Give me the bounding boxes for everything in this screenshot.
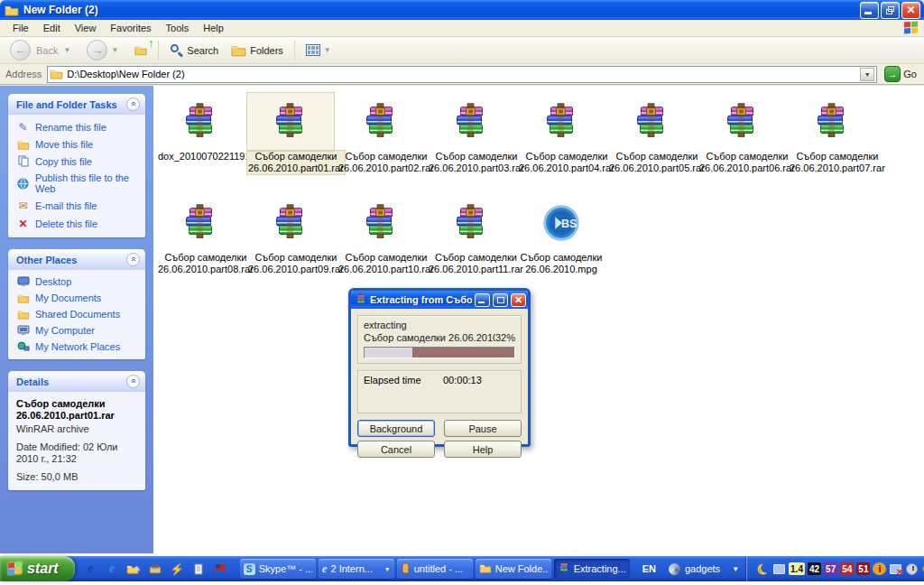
back-button[interactable]: ← Back ▼ (5, 38, 79, 62)
file-item[interactable]: dox_20100702211913... (157, 93, 244, 189)
window-titlebar[interactable]: New Folder (2) ✕ (0, 0, 924, 20)
pause-button[interactable]: Pause (444, 420, 522, 437)
file-item[interactable]: Събор самоделки26.06.2010.part04.rar (518, 93, 605, 189)
file-item[interactable]: Събор самоделки26.06.2010.part01.rar (247, 93, 334, 189)
quicklaunch-briefcase-icon[interactable] (148, 562, 163, 577)
back-dropdown-icon[interactable]: ▼ (63, 46, 70, 54)
taskbar-button[interactable]: SSkype™ - ... (240, 559, 316, 579)
sensor-badge-51[interactable]: 51 (856, 562, 870, 575)
help-button[interactable]: Help (444, 441, 522, 458)
quicklaunch-ie-light-icon[interactable]: e (105, 562, 120, 577)
background-button[interactable]: Background (357, 420, 435, 437)
restore-button[interactable] (881, 2, 900, 19)
views-button[interactable]: ▼ (301, 42, 339, 58)
views-dropdown-icon[interactable]: ▼ (324, 46, 331, 54)
panel-header[interactable]: Other Places» (8, 249, 145, 270)
file-icon-box (337, 93, 424, 151)
go-button[interactable]: → Go (882, 66, 922, 82)
file-item[interactable]: Събор самоделки26.06.2010.part10.rar (337, 194, 424, 290)
search-button[interactable]: Search (165, 42, 223, 59)
address-input[interactable]: D:\Desktop\New Folder (2) ▼ (47, 66, 877, 83)
taskbar-button[interactable]: e2 Intern...▼ (319, 559, 394, 579)
up-button[interactable]: ↑ (130, 41, 152, 60)
quicklaunch-desktop-pen-icon[interactable]: ✎ (126, 562, 142, 577)
network-activity-icon[interactable] (772, 562, 786, 576)
network-disconnected-icon[interactable]: ✕ (889, 562, 902, 576)
details-panel-header[interactable]: Details » (8, 371, 145, 392)
forward-button[interactable]: → ▼ (82, 38, 126, 62)
info-icon[interactable]: i (873, 562, 886, 575)
menu-favorites[interactable]: Favorites (103, 21, 158, 35)
file-item[interactable]: Събор самоделки26.06.2010.part03.rar (428, 93, 514, 189)
menu-edit[interactable]: Edit (36, 21, 68, 35)
address-dropdown-icon[interactable]: ▼ (860, 68, 874, 81)
clock-app-icon[interactable] (905, 562, 919, 576)
dialog-titlebar[interactable]: Extracting from Събор... ✕ (351, 291, 528, 309)
menu-bar: FileEditViewFavoritesToolsHelp (0, 20, 924, 37)
language-indicator[interactable]: EN (642, 563, 656, 574)
sidebar-link-network[interactable]: My Network Places (16, 341, 140, 352)
menu-tools[interactable]: Tools (159, 21, 197, 35)
gadgets-dropdown-icon[interactable]: ▼ (732, 565, 739, 573)
winrar-archive-icon (541, 101, 582, 143)
sidebar-link-shared[interactable]: Shared Documents (16, 309, 140, 320)
panel-header[interactable]: File and Folder Tasks» (8, 94, 145, 115)
sidebar-link-web[interactable]: Publish this file to the Web (16, 172, 140, 194)
start-button[interactable]: start (0, 556, 75, 581)
elapsed-time-group: Elapsed time 00:00:13 (357, 370, 522, 413)
menu-view[interactable]: View (68, 21, 104, 35)
quicklaunch-ie-dark-icon[interactable]: e (83, 562, 98, 577)
close-button[interactable]: ✕ (901, 2, 920, 19)
sidebar-link-mail[interactable]: ✉E-mail this file (16, 200, 140, 212)
forward-dropdown-icon[interactable]: ▼ (111, 46, 118, 54)
file-icon-box (247, 194, 334, 252)
taskbar-group-dropdown-icon[interactable]: ▼ (384, 566, 391, 572)
sensor-badge-57[interactable]: 57 (824, 562, 837, 575)
sensor-badge-42[interactable]: 42 (808, 562, 821, 575)
dialog-minimize-button[interactable] (475, 293, 490, 307)
cancel-button[interactable]: Cancel (357, 441, 435, 458)
gadgets-toolbar[interactable]: gadgets ▼ (661, 563, 746, 575)
quicklaunch-flag-icon[interactable] (213, 562, 228, 577)
mail-icon: ✉ (16, 200, 30, 212)
collapse-chevron-icon[interactable]: » (126, 375, 140, 388)
file-item[interactable]: Събор самоделки26.06.2010.mpg (518, 194, 605, 290)
quicklaunch-notepad-icon[interactable] (191, 562, 207, 577)
sidebar-link-move[interactable]: Move this file (16, 139, 140, 150)
file-item[interactable]: Събор самоделки26.06.2010.part09.rar (247, 194, 334, 290)
file-item[interactable]: Събор самоделки26.06.2010.part02.rar (337, 93, 424, 189)
taskbar-button[interactable]: Extracting... (554, 559, 630, 579)
extract-status-label: extracting (364, 320, 515, 330)
collapse-chevron-icon[interactable]: » (126, 253, 140, 266)
file-grid: dox_20100702211913...Събор самоделки26.0… (153, 86, 924, 553)
minimize-button[interactable] (860, 2, 879, 19)
folders-button[interactable]: Folders (226, 42, 288, 59)
sidebar-link-rename[interactable]: ✎Rename this file (16, 121, 140, 134)
dialog-close-button[interactable]: ✕ (511, 293, 526, 307)
file-item[interactable]: Събор самоделки26.06.2010.part06.rar (698, 93, 785, 189)
address-label: Address (5, 69, 42, 79)
details-modified: Date Modified: 02 Юли 2010 г., 21:32 (16, 441, 140, 465)
status-away-icon[interactable]: ☾ (754, 560, 772, 578)
menu-file[interactable]: File (5, 21, 36, 35)
file-item[interactable]: Събор самоделки26.06.2010.part05.rar (608, 93, 695, 189)
taskbar-button[interactable]: untitled - ... (397, 559, 473, 579)
sidebar-link-desktop[interactable]: Desktop (16, 276, 140, 287)
file-item[interactable]: Събор самоделки26.06.2010.part08.rar (157, 194, 244, 290)
sensor-badge-54[interactable]: 54 (840, 562, 854, 575)
sidebar-link-mydocs[interactable]: My Documents (16, 292, 140, 303)
collapse-chevron-icon[interactable]: » (126, 98, 140, 111)
file-item[interactable]: Събор самоделки26.06.2010.part07.rar (789, 93, 875, 189)
quicklaunch-bolt-icon[interactable]: ⚡ (170, 562, 185, 577)
menu-help[interactable]: Help (196, 21, 231, 35)
sidebar-link-copy[interactable]: Copy this file (16, 155, 140, 167)
rename-icon: ✎ (16, 121, 30, 134)
file-item[interactable]: Събор самоделки26.06.2010.part11.rar (428, 194, 514, 290)
sidebar-link-delete[interactable]: ✕Delete this file (16, 218, 140, 230)
file-name-label: Събор самоделки26.06.2010.part07.rar (789, 151, 886, 174)
extract-percent: 32% (495, 332, 515, 343)
taskbar-button[interactable]: New Folde... (476, 559, 551, 579)
sensor-badge-voltage[interactable]: 1.4 (789, 562, 805, 575)
sidebar-link-computer[interactable]: My Computer (16, 325, 140, 336)
dialog-maximize-button[interactable] (493, 293, 508, 307)
